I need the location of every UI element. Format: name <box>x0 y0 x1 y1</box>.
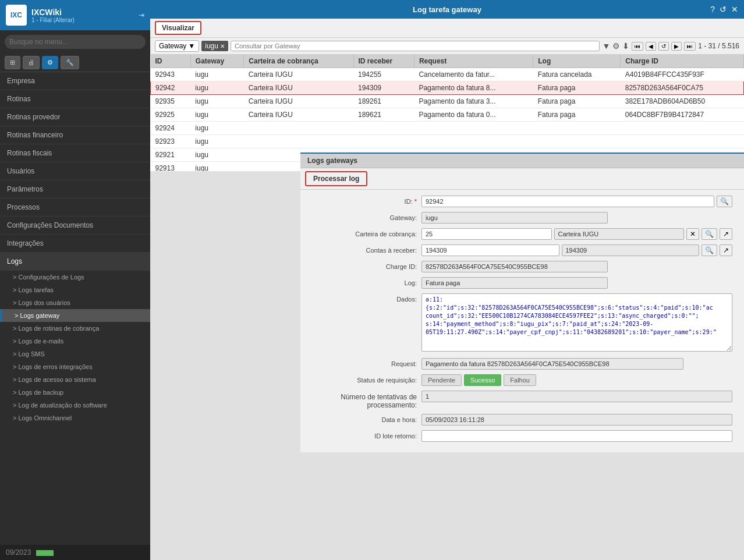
sidebar-subitem-logs-acesso[interactable]: > Logs de acesso ao sistema <box>0 373 150 386</box>
carteira-search-icon[interactable]: 🔍 <box>702 228 717 240</box>
sidebar-toolbar: ⊞ 🖨 ⚙ 🔧 <box>0 54 150 72</box>
dados-field-wrap: a:11: {s:2:"id";s:32:"82578D263A564F0CA7… <box>421 293 732 353</box>
lote-field[interactable] <box>421 430 732 442</box>
dados-field[interactable]: a:11: {s:2:"id";s:32:"82578D263A564F0CA7… <box>421 293 732 352</box>
table-row[interactable]: 92923iugu <box>151 135 744 148</box>
filter-tag-close-icon[interactable]: ✕ <box>220 43 225 49</box>
sidebar-subitem-logs-cobranca[interactable]: > Logs de rotinas de cobrança <box>0 322 150 335</box>
dados-field-label: Dados: <box>312 293 417 303</box>
filter-icons: ▼ ⚙ ⬇ <box>602 41 629 51</box>
form-row-lote: ID lote retorno: <box>312 430 732 442</box>
sidebar-subitem-logs-backup[interactable]: > Logs de backup <box>0 386 150 399</box>
gateway-search-input[interactable] <box>231 41 600 51</box>
help-icon[interactable]: ? <box>710 5 715 14</box>
table-row[interactable]: 92935iuguCarteira IUGU189261Pagamento da… <box>151 95 744 108</box>
filter-dropdown-icon[interactable]: ▼ <box>602 41 610 51</box>
sidebar-subitem-config-logs[interactable]: > Configurações de Logs <box>0 271 150 283</box>
table-row[interactable]: 92943iuguCarteira IUGU194255Cancelamento… <box>151 68 744 81</box>
col-log: Log <box>533 55 621 68</box>
id-field[interactable]: 92942 <box>421 196 714 207</box>
sidebar-subitem-log-atualizacao[interactable]: > Log de atualização do software <box>0 399 150 412</box>
sidebar-subitem-logs-erros[interactable]: > Logs de erros integrações <box>0 360 150 373</box>
contas-value-field: 194309 <box>562 244 700 256</box>
id-search-icon[interactable]: 🔍 <box>717 196 732 207</box>
pagination-first[interactable]: ⏮ <box>632 42 643 51</box>
sidebar-subitem-logs-omni[interactable]: > Logs Omnichannel <box>0 412 150 424</box>
filter-tag-iugu: iugu ✕ <box>201 41 228 51</box>
search-input[interactable] <box>5 35 146 49</box>
col-carteira: Carteira de cobrança <box>244 55 353 68</box>
pagination-last[interactable]: ⏭ <box>684 42 696 51</box>
detail-panel-title: Logs gateways <box>300 154 744 168</box>
top-bar-actions: ? ↺ ✕ <box>710 5 738 14</box>
grid-toolbar-btn[interactable]: ⊞ <box>5 56 20 69</box>
filter-settings-icon[interactable]: ⚙ <box>612 41 620 51</box>
request-field-label: Request: <box>312 358 417 367</box>
app-name: IXCWiki <box>31 8 75 17</box>
request-field: Pagamento da fatura 82578D263A564F0CA75E… <box>421 358 683 370</box>
sidebar-item-parametros[interactable]: Parâmetros <box>0 180 150 199</box>
col-id-receber: ID receber <box>353 55 414 68</box>
pagination-prev[interactable]: ◀ <box>646 42 656 51</box>
page-title: Log tarefa gateway <box>413 5 481 14</box>
pagination-next[interactable]: ▶ <box>671 42 682 51</box>
status-sucesso-btn[interactable]: Sucesso <box>464 374 501 386</box>
wrench-toolbar-btn[interactable]: 🔧 <box>61 56 79 69</box>
status-group: Pendente Sucesso Falhou <box>421 374 536 386</box>
table-row[interactable]: 92942iuguCarteira IUGU194309Pagamento da… <box>151 81 744 95</box>
sidebar-subitem-logs-email[interactable]: > Logs de e-mails <box>0 335 150 348</box>
sidebar-subitem-log-sms[interactable]: > Log SMS <box>0 348 150 360</box>
carteira-open-icon[interactable]: ↗ <box>720 228 732 240</box>
sidebar-item-config-docs[interactable]: Configurações Documentos <box>0 217 150 235</box>
status-pendente-btn[interactable]: Pendente <box>421 374 462 386</box>
carteira-num-field[interactable]: 25 <box>421 228 552 240</box>
sidebar-item-rotinas-financeiro[interactable]: Rotinas financeiro <box>0 126 150 144</box>
table-row[interactable]: 92924iugu <box>151 122 744 135</box>
form-row-dados: Dados: a:11: {s:2:"id";s:32:"82578D263A5… <box>312 293 732 353</box>
sidebar-subitem-logs-tarefas[interactable]: > Logs tarefas <box>0 283 150 296</box>
print-toolbar-btn[interactable]: 🖨 <box>23 56 40 69</box>
detail-form: ID: 92942 🔍 Gateway: iugu Carteira de co… <box>300 190 744 452</box>
main-toolbar: Visualizar <box>150 19 744 38</box>
close-icon[interactable]: ✕ <box>731 5 738 14</box>
sidebar-header: IXC IXCWiki 1 - Filial (Alterar) ⇥ <box>0 0 150 30</box>
sidebar-subitem-logs-gateway[interactable]: > Logs gateway <box>0 309 150 322</box>
col-gateway: Gateway <box>190 55 244 68</box>
carteira-field-group: 25 Carteira IUGU ✕ 🔍 ↗ <box>421 228 732 240</box>
visualizar-button[interactable]: Visualizar <box>155 21 201 35</box>
sidebar-item-rotinas-provedor[interactable]: Rotinas provedor <box>0 108 150 126</box>
sidebar-item-rotinas-fiscais[interactable]: Rotinas fiscais <box>0 144 150 162</box>
lote-field-label: ID lote retorno: <box>312 430 417 440</box>
settings-toolbar-btn[interactable]: ⚙ <box>42 56 58 69</box>
charge-id-field: 82578D263A564F0CA75E540C955BCE98 <box>421 261 608 272</box>
contas-open-icon[interactable]: ↗ <box>720 244 732 256</box>
form-row-contas: Contas à receber: 194309 194309 🔍 ↗ <box>312 244 732 256</box>
carteira-name-field: Carteira IUGU <box>554 228 685 240</box>
gateway-field-label: Gateway: <box>312 212 417 221</box>
filter-download-icon[interactable]: ⬇ <box>622 41 629 51</box>
sidebar-item-integracoes[interactable]: Integrações <box>0 235 150 253</box>
charge-id-field-label: Charge ID: <box>312 261 417 270</box>
sidebar-item-logs[interactable]: Logs <box>0 253 150 271</box>
tentativas-field: 1 <box>421 391 732 402</box>
contas-num-field[interactable]: 194309 <box>421 244 559 256</box>
sidebar-item-usuarios[interactable]: Usuários <box>0 162 150 180</box>
process-log-button[interactable]: Processar log <box>305 171 367 186</box>
sidebar-item-empresa[interactable]: Empresa <box>0 72 150 90</box>
table-row[interactable]: 92925iuguCarteira IUGU189621Pagamento da… <box>151 108 744 122</box>
form-row-log: Log: Fatura paga <box>312 277 732 289</box>
status-falhou-btn[interactable]: Falhou <box>504 374 536 386</box>
sidebar-subitem-logs-usuarios[interactable]: > Logs dos usuários <box>0 296 150 309</box>
id-field-label: ID: <box>312 196 417 205</box>
filter-bar: Gateway ▼ iugu ✕ ▼ ⚙ ⬇ ⏮ ◀ ↺ ▶ ⏭ 1 - 31 … <box>150 38 744 55</box>
contas-search-icon[interactable]: 🔍 <box>702 244 717 256</box>
sidebar-item-rotinas[interactable]: Rotinas <box>0 90 150 108</box>
sidebar-item-processos[interactable]: Processos <box>0 199 150 217</box>
sidebar-footer: 09/2023 <box>0 545 150 560</box>
col-charge-id: Charge ID <box>621 55 744 68</box>
expand-icon[interactable]: ⇥ <box>139 11 144 19</box>
carteira-clear-icon[interactable]: ✕ <box>686 228 699 240</box>
refresh-icon[interactable]: ↺ <box>720 5 727 14</box>
pagination-refresh[interactable]: ↺ <box>658 42 669 51</box>
gateway-dropdown[interactable]: Gateway ▼ <box>155 40 199 52</box>
